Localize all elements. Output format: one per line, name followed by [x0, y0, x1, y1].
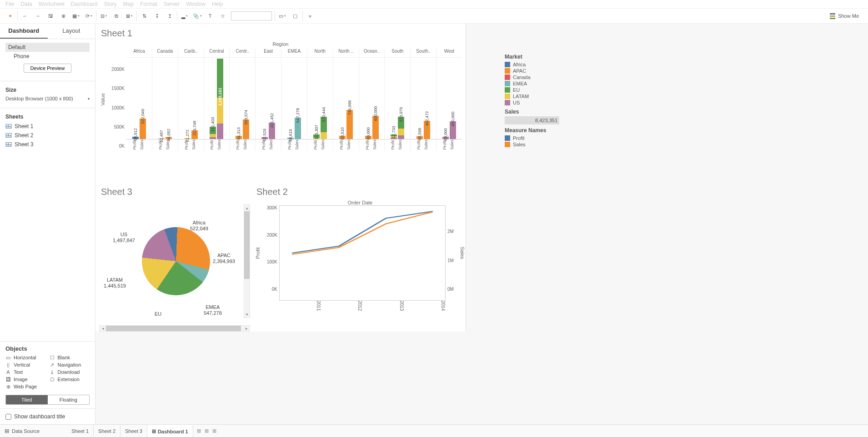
sales-bar[interactable]: 503,574 [243, 119, 249, 139]
back-icon[interactable]: ← [20, 11, 30, 20]
menu-dashboard[interactable]: Dashboard [71, 1, 98, 7]
floating-button[interactable]: Floating [48, 395, 90, 404]
forward-icon[interactable]: → [33, 11, 42, 20]
region-col[interactable]: Ocean.. 80,000 600,000 Profit Sales [359, 49, 385, 151]
attach-icon[interactable]: 📎 [193, 11, 202, 20]
tab-layout[interactable]: Layout [48, 24, 95, 39]
new-story-icon[interactable]: ⊞ [212, 428, 216, 434]
region-col[interactable]: Carib.. 21,272 219,748 Profit Sales [178, 49, 204, 151]
profit-bar[interactable]: 113,307 [313, 134, 320, 139]
sales-bar[interactable]: 1,163,161 [217, 59, 223, 139]
new-worksheet-icon[interactable]: ⊞ [197, 428, 201, 434]
menu-story[interactable]: Story [104, 1, 117, 7]
profit-bar[interactable]: 21,272 [184, 138, 191, 139]
object-text[interactable]: AText [5, 369, 46, 375]
sales-bar[interactable]: 600,000 [372, 116, 379, 139]
sheet1-chart[interactable]: Region Value 2000K1500K1000K500K0K Afric… [99, 41, 462, 182]
region-col[interactable]: EMEA 38,619 547,278 Profit Sales [281, 49, 307, 151]
star-icon[interactable]: ☆ [218, 11, 227, 20]
sales-bar[interactable]: 547,278 [295, 118, 301, 139]
scrollbar-horizontal[interactable]: ◂ ▸ [99, 325, 250, 332]
profit-bar[interactable]: 52,529 [261, 137, 268, 139]
region-col[interactable]: East 52,529 421,452 Profit Sales [255, 49, 281, 151]
sheet3-chart[interactable]: Africa522,049APAC2,394,993EMEA547,278EUL… [99, 200, 250, 332]
fit-icon[interactable]: ▭ [278, 11, 287, 20]
region-col[interactable]: South 12,733 573,979 Profit Sales [384, 49, 410, 151]
tiled-button[interactable]: Tiled [6, 395, 48, 404]
object-navigation[interactable]: ↗Navigation [50, 362, 90, 367]
object-download[interactable]: ⤓Download [50, 369, 90, 375]
new-datasource-icon[interactable]: ⊕ [59, 11, 68, 20]
sheet-item[interactable]: Sheet 3 [5, 140, 90, 149]
new-dashboard-icon[interactable]: ⊞ [205, 428, 209, 434]
footer-tab[interactable]: Sheet 1 [67, 425, 94, 437]
profit-bar[interactable]: 80,000 [365, 136, 371, 139]
menu-window[interactable]: Window [186, 1, 206, 7]
region-col[interactable]: Canada 12,487 46,052 Profit Sales [152, 49, 178, 151]
scrollbar-vertical[interactable]: ▴ ▾ [244, 204, 250, 318]
profit-bar[interactable]: 60,000 [442, 137, 449, 139]
datasource-tab[interactable]: ▤ Data Source [0, 428, 44, 434]
region-col[interactable]: Africa 58,912 522,049 Profit Sales [126, 49, 152, 151]
profit-bar[interactable]: 38,619 [287, 138, 294, 139]
line-sales[interactable] [292, 212, 432, 254]
region-col[interactable]: Central 311,403 1,163,161 Profit Sales [204, 49, 230, 151]
refresh-icon[interactable]: ⟳ [84, 11, 93, 20]
group-icon[interactable]: ⧉ [112, 11, 121, 20]
menu-map[interactable]: Map [123, 1, 134, 7]
object-image[interactable]: 🖼Image [5, 377, 46, 382]
sales-bar[interactable]: 462,472 [424, 121, 430, 139]
sort-asc-icon[interactable]: ↧ [152, 11, 161, 20]
region-col[interactable]: Centr.. 84,313 503,574 Profit Sales [229, 49, 255, 151]
sales-bar[interactable]: 219,748 [191, 130, 198, 139]
legend-item[interactable]: Africa [505, 61, 568, 68]
profit-bar[interactable]: 84,313 [236, 136, 242, 139]
sheet2-chart[interactable]: Order Date Profit 300K200K100K0K 2M1M0M … [255, 200, 466, 327]
legend-item[interactable]: Canada [505, 74, 568, 80]
region-col[interactable]: South.. 65,596 462,472 Profit Sales [410, 49, 436, 151]
size-dropdown[interactable]: Desktop Browser (1000 x 800) [5, 95, 90, 102]
ungroup-icon[interactable]: ⊠ [125, 11, 134, 20]
legend-item[interactable]: EMEA [505, 80, 568, 87]
device-default[interactable]: Default [5, 43, 90, 52]
swap-icon[interactable]: ⊟ [99, 11, 108, 20]
legend-item[interactable]: APAC [505, 68, 568, 74]
pie[interactable] [142, 227, 210, 295]
region-col[interactable]: North 113,307 570,444 Profit Sales [307, 49, 333, 151]
object-vertical[interactable]: ▯Vertical [5, 362, 46, 367]
profit-bar[interactable]: 65,596 [416, 136, 423, 139]
object-web-page[interactable]: ⊕Web Page [5, 384, 46, 389]
showme-button[interactable]: Show Me [830, 13, 865, 19]
search-input[interactable] [231, 11, 272, 20]
footer-tab[interactable]: Sheet 2 [94, 425, 120, 437]
sheet-item[interactable]: Sheet 2 [5, 131, 90, 140]
save-icon[interactable]: 🖫 [46, 11, 55, 20]
menu-data[interactable]: Data [20, 1, 32, 7]
profit-bar[interactable]: 58,912 [132, 137, 139, 139]
highlight-icon[interactable]: ▂ [180, 11, 189, 20]
menu-help[interactable]: Help [212, 1, 223, 7]
menu-format[interactable]: Format [140, 1, 157, 7]
share-icon[interactable]: ∝ [306, 11, 315, 20]
region-col[interactable]: North .. 83,510 746,996 Profit Sales [333, 49, 359, 151]
dashboard-canvas[interactable]: Sheet 1 Region Value 2000K1500K1000K500K… [95, 24, 868, 424]
sort-desc-icon[interactable]: ↥ [165, 11, 174, 20]
object-blank[interactable]: ☐Blank [50, 355, 90, 360]
new-worksheet-icon[interactable]: ▦ [71, 11, 80, 20]
sales-bar[interactable]: 450,000 [450, 121, 456, 139]
profit-bar[interactable]: 83,510 [339, 136, 346, 139]
tile-float-toggle[interactable]: Tiled Floating [5, 395, 90, 405]
device-preview-button[interactable]: Device Preview [24, 64, 72, 73]
present-icon[interactable]: ▢ [291, 11, 300, 20]
sheet-item[interactable]: Sheet 1 [5, 122, 90, 131]
tableau-logo-icon[interactable]: ✦ [5, 11, 15, 20]
legend-item[interactable]: LATAM [505, 93, 568, 99]
menu-worksheet[interactable]: Worksheet [39, 1, 65, 7]
sales-bar[interactable]: 573,979 [398, 117, 404, 139]
text-icon[interactable]: T [206, 11, 215, 20]
menu-file[interactable]: File [5, 1, 14, 7]
sales-bar[interactable]: 570,444 [321, 117, 327, 139]
profit-bar[interactable]: 12,733 [391, 134, 397, 139]
tab-dashboard[interactable]: Dashboard [0, 24, 48, 39]
legend-item[interactable]: US [505, 99, 568, 106]
